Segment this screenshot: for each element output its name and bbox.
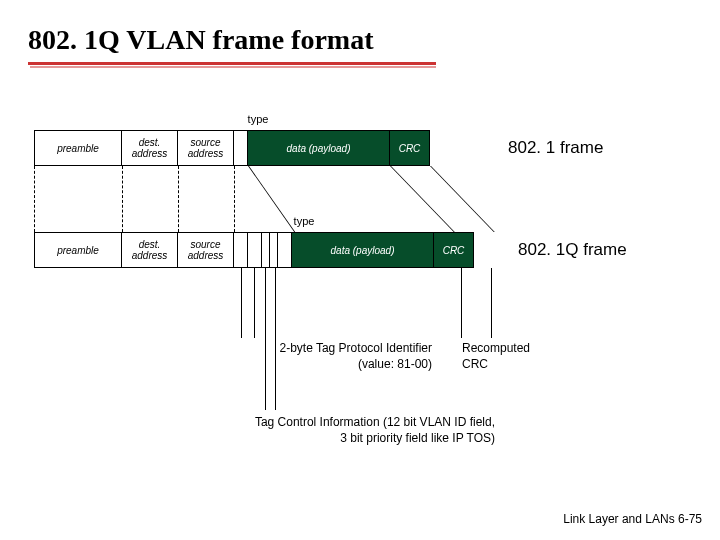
callout-line [241,268,242,338]
field-crc-bottom: CRC [434,232,474,268]
field-tpid1 [234,232,248,268]
page-title: 802. 1Q VLAN frame format [28,24,374,56]
dash-line [234,166,235,232]
callout-line [265,268,266,410]
footer: Link Layer and LANs 6-75 [563,512,702,526]
callout-line [275,268,276,410]
label-8021q: 802. 1Q frame [518,240,627,260]
annot-tci: Tag Control Information (12 bit VLAN ID … [205,414,495,446]
field-type-top [234,130,248,166]
field-src: source address [178,130,234,166]
field-src: source address [178,232,234,268]
type-label-bottom: type [289,215,319,227]
label-8021: 802. 1 frame [508,138,603,158]
field-dest: dest. address [122,130,178,166]
field-data-bottom: data (payload) [292,232,434,268]
field-tci2 [270,232,278,268]
title-underline-shadow [30,66,436,68]
dash-line [122,166,123,232]
field-preamble: preamble [34,232,122,268]
callout-line [254,268,255,338]
annot-tpid: 2-byte Tag Protocol Identifier (value: 8… [252,340,432,372]
title-underline [28,62,436,65]
field-dest: dest. address [122,232,178,268]
map-line [390,166,455,232]
frame-8021q: preamble dest. address source address da… [34,232,474,268]
field-data-top: data (payload) [248,130,390,166]
annot-recomputed: Recomputed CRC [462,340,552,372]
callout-line [461,268,462,338]
field-tpid2 [248,232,262,268]
dash-line [178,166,179,232]
frame-8021: preamble dest. address source address da… [34,130,430,166]
dash-line [34,166,35,232]
field-crc-top: CRC [390,130,430,166]
field-tci1 [262,232,270,268]
field-type-bottom [278,232,292,268]
callout-line [491,268,492,338]
field-preamble: preamble [34,130,122,166]
map-line [430,166,495,232]
type-label-top: type [243,113,273,125]
